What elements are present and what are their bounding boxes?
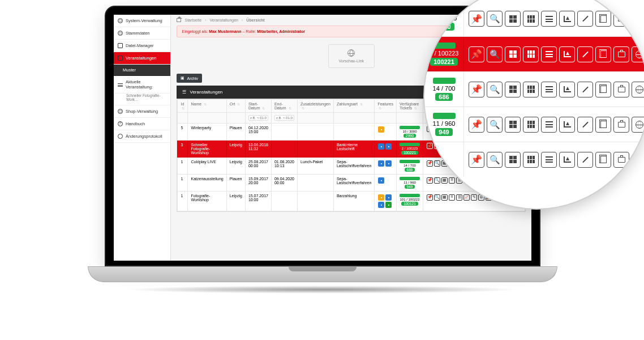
pencil-icon[interactable]: [577, 152, 593, 168]
column-header[interactable]: Ort ⇅: [226, 100, 245, 113]
breadcrumb-item[interactable]: Veranstaltungen: [209, 18, 238, 22]
column-filter: [178, 113, 188, 124]
grid4-icon[interactable]: ▦: [441, 177, 448, 184]
burger-icon[interactable]: [541, 82, 557, 97]
grid6-icon[interactable]: [523, 11, 539, 27]
chart-icon[interactable]: 📈: [463, 194, 470, 201]
grid4-icon[interactable]: [505, 11, 521, 27]
column-header[interactable]: Name ⇅: [188, 100, 226, 113]
search-icon[interactable]: 🔍: [487, 117, 503, 133]
globe-icon[interactable]: [632, 82, 644, 97]
grid4-icon[interactable]: [505, 82, 521, 97]
breadcrumb-item[interactable]: Startseite: [184, 18, 201, 22]
chart-icon[interactable]: [559, 11, 575, 27]
case-icon[interactable]: [613, 117, 629, 133]
pin-icon[interactable]: 📌: [469, 117, 484, 133]
grid4-icon[interactable]: [505, 117, 521, 133]
column-header[interactable]: Start-Datum ⇅: [245, 100, 271, 113]
globe-icon[interactable]: [632, 46, 644, 62]
sidebar-subitem[interactable]: Muster: [114, 65, 170, 76]
sidebar-item[interactable]: Shop-Verwaltung: [114, 105, 170, 118]
copy-icon[interactable]: [595, 46, 611, 62]
chart-icon[interactable]: [559, 82, 575, 97]
pencil-icon[interactable]: [577, 11, 593, 27]
feature-badge: ▪: [378, 177, 384, 184]
availability-cell: 11 / 960949: [397, 175, 423, 192]
table-row[interactable]: 1Fotografie-WorkshopLeipzig15.07.2017 10…: [178, 192, 525, 211]
column-header[interactable]: Zusatzleistungen ⇅: [297, 100, 333, 113]
globe-icon[interactable]: [632, 117, 644, 133]
copy-icon[interactable]: [595, 117, 611, 133]
table-cell: [271, 141, 297, 158]
burger-icon[interactable]: [541, 152, 557, 168]
chart-icon[interactable]: [559, 46, 575, 62]
pin-icon[interactable]: 📌: [427, 177, 433, 184]
pin-icon[interactable]: 📌: [469, 11, 484, 27]
pencil-icon[interactable]: [577, 82, 593, 97]
burger-icon[interactable]: ☰: [456, 194, 462, 201]
column-header[interactable]: Verfügbare Tickets ⇅: [397, 100, 423, 113]
filter-input[interactable]: [274, 115, 294, 121]
archive-button[interactable]: ▣ Archiv: [177, 74, 201, 83]
progress-bar: [433, 113, 456, 119]
copy-icon[interactable]: [595, 152, 611, 168]
table-cell: [297, 124, 333, 141]
availability-fraction: 14 / 700: [433, 85, 456, 92]
case-icon[interactable]: [613, 46, 629, 62]
column-header[interactable]: Features ⇅: [375, 100, 397, 113]
column-header[interactable]: Zahlungsart ⇅: [333, 100, 374, 113]
pin-icon[interactable]: 📌: [427, 194, 433, 201]
search-icon[interactable]: 🔍: [487, 82, 503, 97]
sidebar-item[interactable]: Stammdaten: [114, 27, 170, 40]
chart-icon[interactable]: [559, 117, 575, 133]
burger-icon[interactable]: [541, 11, 557, 27]
filter-input[interactable]: [248, 115, 268, 121]
search-icon[interactable]: 🔍: [487, 152, 503, 168]
chart-icon[interactable]: [559, 152, 575, 168]
search-icon[interactable]: 🔍: [434, 177, 440, 184]
search-icon[interactable]: 🔍: [487, 11, 503, 27]
search-icon[interactable]: 🔍: [434, 194, 440, 201]
pencil-icon[interactable]: [577, 117, 593, 133]
burger-icon[interactable]: [541, 46, 557, 62]
copy-icon[interactable]: [595, 82, 611, 97]
sidebar-item[interactable]: Datei-Manager: [114, 40, 170, 52]
grid4-icon[interactable]: [505, 46, 521, 62]
sidebar-item[interactable]: Änderungsprotokoll: [114, 130, 170, 143]
copy-icon[interactable]: [595, 11, 611, 27]
globe-icon[interactable]: [632, 11, 644, 27]
search-icon[interactable]: 🔍: [434, 160, 440, 167]
sidebar-item[interactable]: Veranstaltungen: [114, 52, 170, 65]
grid6-icon[interactable]: [523, 117, 539, 133]
column-header[interactable]: Id ⇅: [178, 100, 188, 113]
column-header[interactable]: End-Datum ⇅: [271, 100, 297, 113]
pin-icon[interactable]: 📌: [469, 82, 484, 97]
sidebar-item[interactable]: System-Verwaltung: [114, 15, 170, 27]
pin-icon[interactable]: 📌: [427, 143, 433, 149]
pencil-icon[interactable]: ✎: [471, 194, 477, 201]
sidebar-item[interactable]: Handbuch: [114, 118, 170, 130]
grid6-icon[interactable]: [523, 152, 539, 168]
case-icon[interactable]: [613, 152, 629, 168]
grid6-icon[interactable]: [523, 82, 539, 97]
pencil-icon[interactable]: [577, 46, 593, 62]
grid6-icon[interactable]: ⠿: [449, 177, 455, 184]
preview-link-button[interactable]: Vorschau-Link: [328, 44, 375, 68]
sidebar-item-label: Änderungsprotokoll: [126, 134, 162, 139]
case-icon[interactable]: [613, 82, 629, 97]
pin-icon[interactable]: 📌: [469, 46, 484, 62]
availability-badge: 686: [435, 93, 452, 101]
sidebar-item[interactable]: Aktuelle Veranstaltung:: [114, 76, 170, 94]
pin-icon[interactable]: 📌: [427, 160, 433, 167]
search-icon[interactable]: 🔍: [487, 46, 503, 62]
grid4-icon[interactable]: ▦: [441, 194, 448, 201]
grid6-icon[interactable]: ⠿: [449, 194, 455, 201]
case-icon[interactable]: [613, 11, 629, 27]
grid6-icon[interactable]: [523, 46, 539, 62]
bars-icon: [118, 83, 123, 87]
home-icon[interactable]: [177, 18, 181, 22]
pin-icon[interactable]: 📌: [469, 152, 484, 168]
burger-icon[interactable]: [541, 117, 557, 133]
grid4-icon[interactable]: [505, 152, 521, 168]
sort-icon: ⇅: [204, 103, 207, 106]
